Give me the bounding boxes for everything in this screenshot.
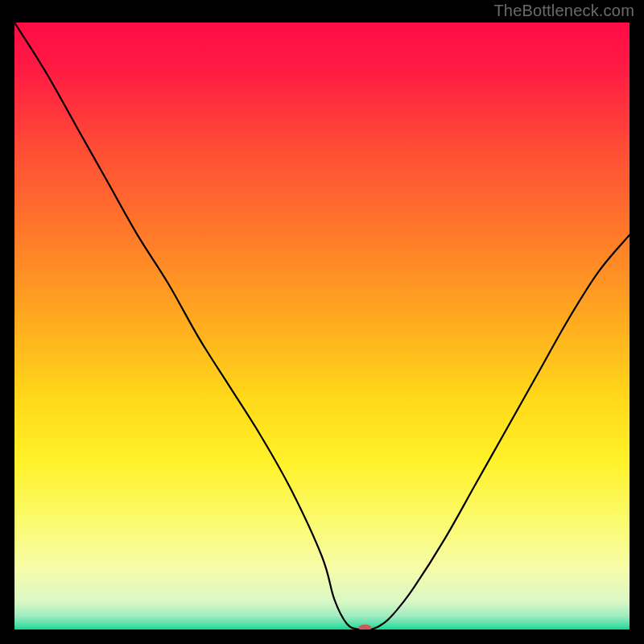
plot-area [14,23,630,630]
chart-frame: TheBottleneck.com [0,0,644,644]
gradient-background [14,23,630,630]
attribution-label: TheBottleneck.com [493,2,634,20]
chart-svg [14,23,630,630]
